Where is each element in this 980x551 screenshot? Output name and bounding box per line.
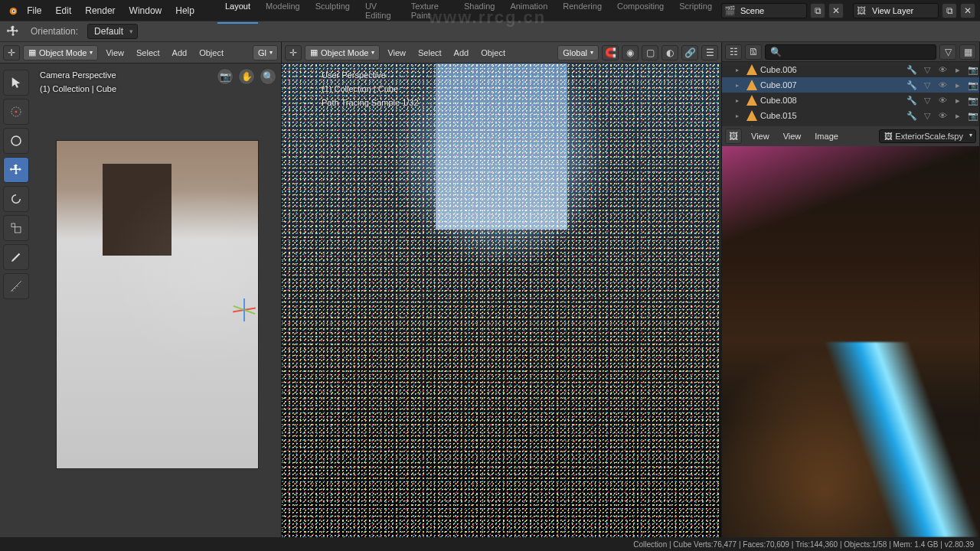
orientation-dropdown[interactable]: Default <box>87 24 138 39</box>
outliner-filter-icon[interactable]: 🖻 <box>745 44 762 60</box>
tab-sculpting[interactable]: Sculpting <box>308 0 358 24</box>
visibility-icon[interactable]: 👁 <box>936 80 949 90</box>
modifier-icon[interactable]: 🔧 <box>906 65 918 75</box>
vp-zoom-icon-l[interactable]: 🔍 <box>260 68 276 85</box>
viewlayer-delete-button[interactable]: ✕ <box>960 3 975 18</box>
blender-logo-icon[interactable] <box>5 3 19 18</box>
render-icon[interactable]: 📷 <box>967 65 979 75</box>
editor-type-icon[interactable]: ✛ <box>3 45 20 60</box>
disable-icon[interactable]: ▸ <box>952 96 964 106</box>
left-viewport[interactable]: Camera Perspective (1) Collection | Cube… <box>0 64 281 537</box>
scene-delete-button[interactable]: ✕ <box>828 3 844 18</box>
tool-cursor-l[interactable] <box>3 99 29 125</box>
menu-edit[interactable]: Edit <box>50 2 78 19</box>
mesh-data-icon[interactable]: ▽ <box>921 96 933 106</box>
link-icon-m[interactable]: 🔗 <box>681 45 698 60</box>
disable-icon[interactable]: ▸ <box>952 111 964 121</box>
tool-move-l[interactable] <box>3 157 29 183</box>
reference-image[interactable] <box>722 146 979 537</box>
move-tool-icon[interactable] <box>5 23 21 40</box>
modifier-icon[interactable]: 🔧 <box>906 80 918 90</box>
outliner-type-icon[interactable]: ☷ <box>725 44 742 60</box>
tab-animation[interactable]: Animation <box>502 0 555 24</box>
viewport-menu-object-m[interactable]: Object <box>476 45 510 60</box>
tab-texture[interactable]: Texture Paint <box>403 0 456 24</box>
render-icon[interactable]: 📷 <box>967 80 979 90</box>
img-menu-image[interactable]: Image <box>810 129 843 144</box>
mid-viewport[interactable]: User Perspective (1) Collection | Cube P… <box>282 64 721 537</box>
vp-camera-icon-l[interactable]: 📷 <box>217 68 234 85</box>
viewlayer-selector[interactable]: 🖼 <box>853 3 939 18</box>
snap-icon-m[interactable]: 🧲 <box>602 45 619 60</box>
scene-copy-button[interactable]: ⧉ <box>810 3 825 18</box>
viewport-menu-select-m[interactable]: Select <box>413 45 446 60</box>
visibility-icon[interactable]: 👁 <box>936 96 949 105</box>
outliner-new-icon[interactable]: ▦ <box>959 44 976 60</box>
mesh-data-icon[interactable]: ▽ <box>921 65 933 75</box>
tab-rendering[interactable]: Rendering <box>555 0 609 24</box>
viewport-menu-view-l[interactable]: View <box>101 45 129 60</box>
pivot-icon-m[interactable]: ▢ <box>642 45 658 60</box>
gizmo-l[interactable] <box>210 286 256 332</box>
outliner-search[interactable]: 🔍 <box>765 44 936 60</box>
scene-selector[interactable]: 🎬 <box>721 3 807 18</box>
overlays-icon-m[interactable]: ◐ <box>662 45 678 60</box>
menu-help[interactable]: Help <box>169 2 201 19</box>
tab-layout[interactable]: Layout <box>217 0 258 24</box>
vp-pan-icon-l[interactable]: ✋ <box>238 68 255 85</box>
disable-icon[interactable]: ▸ <box>952 65 964 75</box>
tool-annotate-l[interactable] <box>3 244 29 270</box>
menu-render[interactable]: Render <box>79 2 121 19</box>
tab-scripting[interactable]: Scripting <box>671 0 720 24</box>
viewport-menu-select-l[interactable]: Select <box>132 45 165 60</box>
outliner-tree[interactable]: ▸Cube.006🔧▽👁▸📷 ▸Cube.007🔧▽👁▸📷 ▸Cube.008🔧… <box>722 62 979 126</box>
mesh-data-icon[interactable]: ▽ <box>921 111 933 121</box>
outliner-row[interactable]: ▸Cube.015🔧▽👁▸📷 <box>722 108 979 123</box>
outliner-row[interactable]: ▸Cube.008🔧▽👁▸📷 <box>722 93 979 108</box>
modifier-icon[interactable]: 🔧 <box>906 96 918 106</box>
transform-orient-l[interactable]: Gl <box>253 45 278 60</box>
tab-uv[interactable]: UV Editing <box>358 0 403 24</box>
viewport-menu-view-m[interactable]: View <box>383 45 410 60</box>
image-editor-type-icon[interactable]: 🖼 <box>725 129 742 144</box>
viewport-menu-add-l[interactable]: Add <box>168 45 192 60</box>
visibility-icon[interactable]: 👁 <box>936 65 949 74</box>
outliner-row[interactable]: ▸Cube.006🔧▽👁▸📷 <box>722 62 979 77</box>
mesh-data-icon[interactable]: ▽ <box>921 80 933 90</box>
tab-compositing[interactable]: Compositing <box>609 0 671 24</box>
outliner-funnel-icon[interactable]: ▽ <box>939 44 956 60</box>
modifier-icon[interactable]: 🔧 <box>906 111 918 121</box>
editor-type-icon-m[interactable]: ✛ <box>285 45 302 60</box>
shading-icon-m[interactable]: ☰ <box>701 45 718 60</box>
outliner-panel: ☷ 🖻 🔍 ▽ ▦ ▸Cube.006🔧▽👁▸📷 ▸Cube.007🔧▽👁▸📷 … <box>722 42 979 126</box>
transform-orient-m[interactable]: Global <box>557 45 599 60</box>
viewport-menu-object-l[interactable]: Object <box>194 45 228 60</box>
tool-select-l[interactable] <box>3 70 29 96</box>
tool-scale-l[interactable] <box>3 215 29 241</box>
tab-shading[interactable]: Shading <box>456 0 502 24</box>
menu-window[interactable]: Window <box>123 2 168 19</box>
status-text: Collection | Cube Verts:76,477 | Faces:7… <box>633 540 974 549</box>
tab-modeling[interactable]: Modeling <box>258 0 308 24</box>
img-menu-view1[interactable]: View <box>746 129 774 144</box>
img-menu-view2[interactable]: View <box>779 129 806 144</box>
mode-dropdown-left[interactable]: ▦Object Mode <box>23 45 98 60</box>
viewport-menu-add-m[interactable]: Add <box>449 45 474 60</box>
svg-rect-6 <box>11 223 15 227</box>
tool-measure-l[interactable] <box>3 273 29 299</box>
prop-edit-icon-m[interactable]: ◉ <box>622 45 639 60</box>
disable-icon[interactable]: ▸ <box>952 80 964 90</box>
tool-select-circle-l[interactable] <box>3 128 29 154</box>
image-file-dropdown[interactable]: 🖼 ExteriorScale.fspy <box>879 129 976 143</box>
scene-name-input[interactable] <box>737 6 806 15</box>
outliner-row[interactable]: ▸Cube.007🔧▽👁▸📷 <box>722 77 979 93</box>
render-icon[interactable]: 📷 <box>967 96 979 106</box>
viewlayer-copy-button[interactable]: ⧉ <box>942 3 957 18</box>
viewlayer-name-input[interactable] <box>869 6 938 15</box>
menu-file[interactable]: File <box>21 2 47 19</box>
tool-rotate-l[interactable] <box>3 186 29 212</box>
render-icon[interactable]: 📷 <box>967 111 979 121</box>
outliner-search-input[interactable] <box>782 46 931 57</box>
visibility-icon[interactable]: 👁 <box>936 111 949 120</box>
mode-dropdown-mid[interactable]: ▦Object Mode <box>305 45 380 60</box>
